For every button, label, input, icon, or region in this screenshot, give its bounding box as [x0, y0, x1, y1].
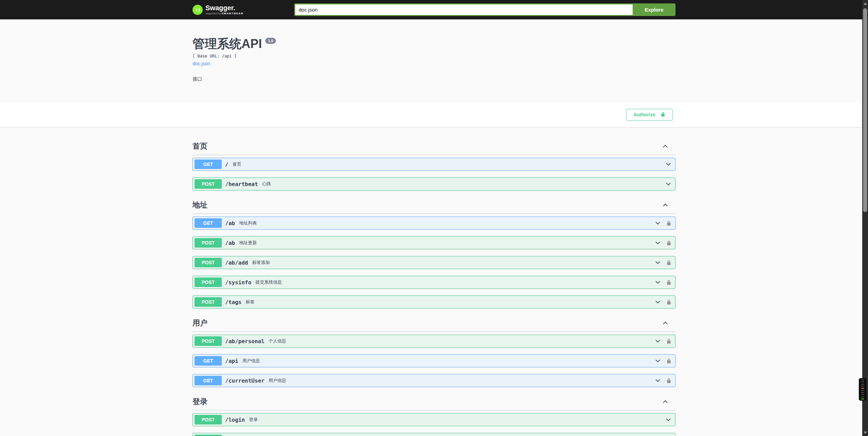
- chevron-down-icon[interactable]: [665, 161, 672, 168]
- operations-list: POST /ab/personal 个人信息 GET /api 用户信息: [193, 332, 675, 387]
- method-badge: POST: [195, 297, 222, 307]
- chevron-up-icon[interactable]: [662, 202, 669, 208]
- tag-name: 首页: [193, 141, 207, 151]
- method-badge: GET: [195, 356, 222, 366]
- tag-header[interactable]: 首页: [193, 138, 675, 155]
- spec-doc-link[interactable]: doc.json: [193, 61, 210, 66]
- operation-path: /heartbeat: [225, 181, 258, 187]
- lock-icon[interactable]: [666, 358, 672, 364]
- tag-name: 登录: [193, 397, 207, 407]
- lock-icon[interactable]: [666, 299, 672, 305]
- operation-row[interactable]: GET /api 用户信息: [193, 354, 675, 367]
- method-badge: POST: [195, 435, 222, 436]
- swagger-ui-page: { "topbar": { "logo_text": "Swagger.", "…: [0, 0, 868, 436]
- lock-icon[interactable]: [666, 260, 672, 266]
- chevron-down-icon[interactable]: [654, 239, 661, 246]
- tag-name: 用户: [193, 318, 207, 328]
- method-badge: POST: [195, 238, 222, 248]
- chevron-down-icon[interactable]: [665, 181, 672, 187]
- operation-row[interactable]: POST /heartbeat 心跳: [193, 178, 675, 190]
- api-info-section: 管理系统API 1.0 [ Base URL: /api ] doc.json …: [0, 19, 868, 102]
- authorize-button[interactable]: Authorize: [626, 109, 673, 121]
- spec-url-input[interactable]: [294, 3, 633, 16]
- chevron-down-icon[interactable]: [665, 416, 672, 423]
- minimap-line: [861, 399, 864, 399]
- method-badge: POST: [195, 179, 222, 189]
- tag-section: 地址 GET /ab 地址列表 POST /ab 地址更新: [193, 197, 675, 308]
- swagger-logo-icon: {··}: [193, 5, 203, 15]
- operation-summary: 登录: [249, 417, 258, 423]
- operation-path: /ab/personal: [225, 338, 265, 345]
- tag-section: 首页 GET / 首页 POST /heartbeat 心跳: [193, 138, 675, 190]
- operation-row[interactable]: GET /currentUser 用户信息: [193, 374, 675, 387]
- tag-section: 用户 POST /ab/personal 个人信息 GET /api 用户信息: [193, 315, 675, 387]
- minimap-line: [861, 390, 864, 391]
- minimap-line: [861, 386, 864, 387]
- page-title: 管理系统API: [193, 37, 262, 51]
- vertical-scrollbar[interactable]: [862, 0, 868, 436]
- tag-header[interactable]: 用户: [193, 315, 675, 332]
- operation-row[interactable]: GET /ab 地址列表: [193, 217, 675, 230]
- chevron-down-icon[interactable]: [654, 279, 661, 286]
- scheme-container: Authorize: [0, 102, 868, 127]
- operation-row[interactable]: POST /tags 标签: [193, 296, 675, 308]
- minimap-line: [861, 384, 864, 385]
- operation-row[interactable]: POST /ab 地址更新: [193, 236, 675, 249]
- operation-summary: 提交系统信息: [255, 279, 282, 285]
- chevron-up-icon[interactable]: [662, 143, 669, 150]
- operation-row[interactable]: POST /ab/add 标签添加: [193, 256, 675, 269]
- swagger-logo-text: Swagger.: [205, 4, 244, 11]
- operation-row[interactable]: GET / 首页: [193, 158, 675, 171]
- chevron-up-icon[interactable]: [662, 320, 669, 326]
- version-badge: 1.0: [265, 38, 276, 44]
- operation-path: /tags: [225, 299, 241, 305]
- chevron-down-icon[interactable]: [654, 299, 661, 305]
- explore-button[interactable]: Explore: [633, 3, 675, 16]
- operation-summary: 用户信息: [269, 378, 286, 384]
- swagger-logo[interactable]: {··} Swagger. Supported by SMARTBEAR: [193, 4, 244, 15]
- method-badge: GET: [195, 376, 222, 385]
- base-url: [ Base URL: /api ]: [193, 54, 675, 58]
- scrollbar-down-arrow[interactable]: [862, 430, 868, 435]
- lock-icon[interactable]: [666, 220, 672, 226]
- lock-icon[interactable]: [666, 378, 672, 384]
- minimap-line: [861, 394, 864, 395]
- method-badge: GET: [195, 160, 222, 169]
- operation-summary: 地址列表: [239, 220, 257, 226]
- scrollbar-up-arrow[interactable]: [862, 1, 868, 6]
- operation-summary: 心跳: [262, 181, 271, 187]
- lock-icon[interactable]: [666, 280, 672, 285]
- operation-row[interactable]: POST /ab/personal 个人信息: [193, 335, 675, 348]
- operation-summary: 用户信息: [243, 358, 260, 364]
- chevron-down-icon[interactable]: [654, 259, 661, 266]
- chevron-up-icon[interactable]: [662, 398, 669, 405]
- scroll-minimap-widget[interactable]: [859, 378, 866, 401]
- operations-list: GET / 首页 POST /heartbeat 心跳: [193, 155, 675, 190]
- unlock-icon: [660, 112, 666, 118]
- operation-summary: 标签添加: [252, 259, 270, 266]
- authorize-label: Authorize: [633, 112, 655, 117]
- method-badge: POST: [195, 278, 222, 287]
- minimap-line: [861, 388, 864, 389]
- lock-icon[interactable]: [666, 240, 672, 246]
- chevron-down-icon[interactable]: [654, 338, 661, 345]
- operation-summary: 首页: [233, 161, 241, 167]
- tag-header[interactable]: 地址: [193, 197, 675, 214]
- operation-path: /ab: [225, 220, 235, 227]
- operation-row[interactable]: POST /login 登录: [193, 413, 675, 426]
- operation-row[interactable]: POST /loginstatus 登录状态: [193, 433, 675, 436]
- operation-path: /sysinfo: [225, 279, 251, 286]
- api-description: 接口: [193, 76, 675, 82]
- chevron-down-icon[interactable]: [654, 220, 661, 227]
- lock-icon[interactable]: [666, 338, 672, 344]
- tag-header[interactable]: 登录: [193, 394, 675, 410]
- operation-path: /ab/add: [225, 259, 248, 266]
- chevron-down-icon[interactable]: [654, 357, 661, 364]
- operation-path: /: [225, 161, 229, 168]
- operations-list: GET /ab 地址列表 POST /ab 地址更新: [193, 214, 675, 308]
- operation-row[interactable]: POST /sysinfo 提交系统信息: [193, 276, 675, 289]
- operation-summary: 地址更新: [239, 240, 257, 246]
- chevron-down-icon[interactable]: [654, 377, 661, 384]
- scrollbar-thumb[interactable]: [863, 8, 867, 212]
- operation-path: /login: [225, 417, 245, 423]
